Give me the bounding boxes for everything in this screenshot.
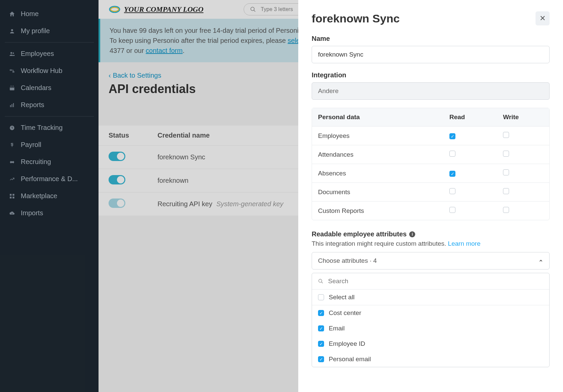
perm-col-read: Read: [449, 113, 503, 121]
write-checkbox[interactable]: [503, 132, 509, 138]
read-checkbox[interactable]: [449, 151, 455, 157]
attributes-heading: Readable employee attributes i: [312, 230, 550, 238]
attributes-select[interactable]: Choose attributes · 4: [312, 252, 550, 269]
permission-name: Employees: [318, 132, 449, 140]
close-icon: ✕: [540, 14, 546, 23]
name-input[interactable]: [312, 46, 550, 63]
dropdown-item-label: Cost center: [329, 309, 361, 317]
attribute-checkbox[interactable]: ✓: [318, 325, 324, 331]
permission-row: Absences✓: [312, 164, 549, 182]
dropdown-item-label: Personal email: [329, 356, 371, 363]
permission-name: Attendances: [318, 151, 449, 158]
svg-line-22: [321, 282, 323, 283]
dropdown-item[interactable]: ✓Personal email: [312, 351, 549, 367]
write-checkbox[interactable]: [503, 151, 509, 157]
attribute-checkbox[interactable]: ✓: [318, 341, 324, 347]
write-checkbox[interactable]: [503, 169, 509, 175]
integration-label: Integration: [312, 71, 550, 79]
dropdown-item-label: Select all: [329, 294, 355, 301]
svg-point-21: [319, 279, 322, 282]
dropdown-item-label: Employee ID: [329, 340, 365, 347]
permission-row: Attendances: [312, 145, 549, 164]
chevron-up-icon: [539, 258, 543, 263]
dropdown-search-input[interactable]: [328, 278, 543, 285]
attribute-checkbox[interactable]: [318, 294, 324, 300]
read-checkbox[interactable]: ✓: [449, 133, 455, 139]
read-checkbox[interactable]: [449, 188, 455, 194]
close-button[interactable]: ✕: [536, 11, 550, 25]
dropdown-item[interactable]: ✓Email: [312, 321, 549, 336]
dropdown-item[interactable]: ✓Cost center: [312, 305, 549, 321]
dropdown-item[interactable]: ✓Employee ID: [312, 336, 549, 351]
read-checkbox[interactable]: [449, 207, 455, 213]
learn-more-link[interactable]: Learn more: [448, 240, 481, 247]
integration-input: [312, 82, 550, 100]
permission-name: Absences: [318, 170, 449, 177]
attribute-checkbox[interactable]: ✓: [318, 356, 324, 362]
permission-row: Custom Reports: [312, 201, 549, 220]
permission-name: Documents: [318, 188, 449, 196]
permissions-table: Personal data Read Write Employees✓Atten…: [312, 108, 550, 220]
attribute-checkbox[interactable]: ✓: [318, 310, 324, 316]
name-label: Name: [312, 35, 550, 43]
write-checkbox[interactable]: [503, 188, 509, 194]
dropdown-search[interactable]: [312, 273, 549, 290]
attributes-subtext: This integration might require custom at…: [312, 240, 550, 247]
perm-col-write: Write: [503, 113, 543, 121]
attributes-dropdown: Select all✓Cost center✓Email✓Employee ID…: [312, 273, 550, 367]
write-checkbox[interactable]: [503, 207, 509, 213]
info-icon[interactable]: i: [409, 231, 415, 237]
side-panel: foreknown Sync ✕ Name Integration Person…: [298, 0, 563, 392]
permission-row: Employees✓: [312, 127, 549, 145]
read-checkbox[interactable]: ✓: [449, 171, 455, 177]
dropdown-item[interactable]: Select all: [312, 290, 549, 305]
dropdown-item-label: Email: [329, 325, 345, 332]
perm-col-name: Personal data: [318, 113, 449, 121]
permission-row: Documents: [312, 182, 549, 201]
panel-title: foreknown Sync: [312, 12, 400, 25]
permission-name: Custom Reports: [318, 207, 449, 215]
search-icon: [318, 279, 323, 284]
